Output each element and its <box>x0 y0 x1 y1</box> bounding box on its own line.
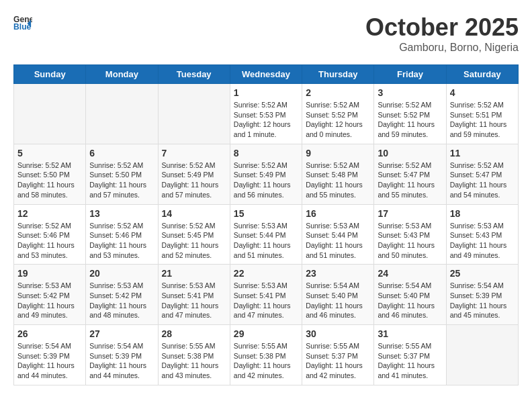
calendar-cell: 25Sunrise: 5:54 AMSunset: 5:39 PMDayligh… <box>446 265 518 325</box>
page-header: General Blue October 2025 Gamboru, Borno… <box>13 13 519 54</box>
calendar-week-row: 12Sunrise: 5:52 AMSunset: 5:46 PMDayligh… <box>14 204 519 265</box>
calendar-week-row: 1Sunrise: 5:52 AMSunset: 5:53 PMDaylight… <box>14 84 519 144</box>
weekday-header-friday: Friday <box>374 65 446 84</box>
calendar-cell: 24Sunrise: 5:54 AMSunset: 5:40 PMDayligh… <box>374 265 446 325</box>
day-number: 15 <box>234 208 298 219</box>
day-info: Sunrise: 5:53 AMSunset: 5:41 PMDaylight:… <box>162 281 226 320</box>
weekday-header-saturday: Saturday <box>446 65 518 84</box>
day-number: 26 <box>17 328 82 339</box>
calendar-cell: 28Sunrise: 5:55 AMSunset: 5:38 PMDayligh… <box>158 325 230 385</box>
day-number: 17 <box>378 208 442 219</box>
calendar-cell: 11Sunrise: 5:52 AMSunset: 5:47 PMDayligh… <box>446 144 518 204</box>
day-info: Sunrise: 5:54 AMSunset: 5:39 PMDaylight:… <box>17 341 82 381</box>
day-number: 19 <box>17 268 82 279</box>
calendar-cell: 20Sunrise: 5:53 AMSunset: 5:42 PMDayligh… <box>86 265 158 325</box>
calendar-cell <box>14 84 86 144</box>
day-number: 21 <box>162 268 226 279</box>
calendar-cell: 8Sunrise: 5:52 AMSunset: 5:49 PMDaylight… <box>230 144 302 204</box>
day-number: 28 <box>162 328 226 339</box>
day-info: Sunrise: 5:53 AMSunset: 5:44 PMDaylight:… <box>306 221 370 261</box>
day-info: Sunrise: 5:55 AMSunset: 5:37 PMDaylight:… <box>378 341 442 381</box>
calendar-cell: 3Sunrise: 5:52 AMSunset: 5:52 PMDaylight… <box>374 84 446 144</box>
calendar-cell <box>446 325 518 385</box>
day-info: Sunrise: 5:52 AMSunset: 5:47 PMDaylight:… <box>450 161 515 200</box>
calendar-cell: 31Sunrise: 5:55 AMSunset: 5:37 PMDayligh… <box>374 325 446 385</box>
day-number: 16 <box>306 208 370 219</box>
day-info: Sunrise: 5:52 AMSunset: 5:52 PMDaylight:… <box>378 100 442 140</box>
weekday-header-row: SundayMondayTuesdayWednesdayThursdayFrid… <box>14 65 519 84</box>
calendar-week-row: 19Sunrise: 5:53 AMSunset: 5:42 PMDayligh… <box>14 265 519 325</box>
day-number: 12 <box>17 208 82 219</box>
calendar-table: SundayMondayTuesdayWednesdayThursdayFrid… <box>13 64 519 385</box>
calendar-cell <box>86 84 158 144</box>
calendar-week-row: 26Sunrise: 5:54 AMSunset: 5:39 PMDayligh… <box>14 325 519 385</box>
day-number: 6 <box>89 148 154 158</box>
month-title: October 2025 <box>365 13 519 42</box>
calendar-cell: 14Sunrise: 5:52 AMSunset: 5:45 PMDayligh… <box>158 204 230 265</box>
day-info: Sunrise: 5:52 AMSunset: 5:53 PMDaylight:… <box>234 100 298 140</box>
day-info: Sunrise: 5:52 AMSunset: 5:46 PMDaylight:… <box>89 221 154 261</box>
calendar-cell: 21Sunrise: 5:53 AMSunset: 5:41 PMDayligh… <box>158 265 230 325</box>
calendar-cell <box>158 84 230 144</box>
weekday-header-monday: Monday <box>86 65 158 84</box>
location-title: Gamboru, Borno, Nigeria <box>365 42 519 54</box>
day-number: 20 <box>89 268 154 279</box>
title-area: October 2025 Gamboru, Borno, Nigeria <box>365 13 519 54</box>
day-info: Sunrise: 5:54 AMSunset: 5:40 PMDaylight:… <box>378 281 442 320</box>
calendar-cell: 15Sunrise: 5:53 AMSunset: 5:44 PMDayligh… <box>230 204 302 265</box>
logo-icon: General Blue <box>13 13 32 32</box>
day-info: Sunrise: 5:53 AMSunset: 5:43 PMDaylight:… <box>450 221 515 261</box>
day-info: Sunrise: 5:54 AMSunset: 5:40 PMDaylight:… <box>306 281 370 320</box>
day-info: Sunrise: 5:52 AMSunset: 5:45 PMDaylight:… <box>162 221 226 261</box>
day-info: Sunrise: 5:55 AMSunset: 5:37 PMDaylight:… <box>306 341 370 381</box>
calendar-cell: 10Sunrise: 5:52 AMSunset: 5:47 PMDayligh… <box>374 144 446 204</box>
day-number: 24 <box>378 268 442 279</box>
calendar-cell: 5Sunrise: 5:52 AMSunset: 5:50 PMDaylight… <box>14 144 86 204</box>
svg-text:Blue: Blue <box>13 22 32 32</box>
calendar-cell: 7Sunrise: 5:52 AMSunset: 5:49 PMDaylight… <box>158 144 230 204</box>
day-info: Sunrise: 5:52 AMSunset: 5:52 PMDaylight:… <box>306 100 370 140</box>
calendar-cell: 30Sunrise: 5:55 AMSunset: 5:37 PMDayligh… <box>302 325 374 385</box>
day-number: 30 <box>306 328 370 339</box>
calendar-cell: 4Sunrise: 5:52 AMSunset: 5:51 PMDaylight… <box>446 84 518 144</box>
day-info: Sunrise: 5:52 AMSunset: 5:50 PMDaylight:… <box>17 161 82 200</box>
day-info: Sunrise: 5:52 AMSunset: 5:49 PMDaylight:… <box>234 161 298 200</box>
day-info: Sunrise: 5:53 AMSunset: 5:43 PMDaylight:… <box>378 221 442 261</box>
day-number: 13 <box>89 208 154 219</box>
calendar-cell: 9Sunrise: 5:52 AMSunset: 5:48 PMDaylight… <box>302 144 374 204</box>
calendar-cell: 16Sunrise: 5:53 AMSunset: 5:44 PMDayligh… <box>302 204 374 265</box>
day-number: 29 <box>234 328 298 339</box>
calendar-cell: 2Sunrise: 5:52 AMSunset: 5:52 PMDaylight… <box>302 84 374 144</box>
day-info: Sunrise: 5:53 AMSunset: 5:41 PMDaylight:… <box>234 281 298 320</box>
calendar-cell: 12Sunrise: 5:52 AMSunset: 5:46 PMDayligh… <box>14 204 86 265</box>
calendar-cell: 27Sunrise: 5:54 AMSunset: 5:39 PMDayligh… <box>86 325 158 385</box>
weekday-header-tuesday: Tuesday <box>158 65 230 84</box>
day-number: 7 <box>162 148 226 158</box>
calendar-cell: 6Sunrise: 5:52 AMSunset: 5:50 PMDaylight… <box>86 144 158 204</box>
logo: General Blue <box>13 13 32 32</box>
day-info: Sunrise: 5:55 AMSunset: 5:38 PMDaylight:… <box>234 341 298 381</box>
day-info: Sunrise: 5:53 AMSunset: 5:44 PMDaylight:… <box>234 221 298 261</box>
day-info: Sunrise: 5:55 AMSunset: 5:38 PMDaylight:… <box>162 341 226 381</box>
day-number: 5 <box>17 148 82 158</box>
day-number: 25 <box>450 268 515 279</box>
day-info: Sunrise: 5:54 AMSunset: 5:39 PMDaylight:… <box>89 341 154 381</box>
calendar-cell: 23Sunrise: 5:54 AMSunset: 5:40 PMDayligh… <box>302 265 374 325</box>
calendar-cell: 19Sunrise: 5:53 AMSunset: 5:42 PMDayligh… <box>14 265 86 325</box>
weekday-header-sunday: Sunday <box>14 65 86 84</box>
calendar-cell: 26Sunrise: 5:54 AMSunset: 5:39 PMDayligh… <box>14 325 86 385</box>
day-number: 31 <box>378 328 442 339</box>
weekday-header-wednesday: Wednesday <box>230 65 302 84</box>
day-info: Sunrise: 5:53 AMSunset: 5:42 PMDaylight:… <box>89 281 154 320</box>
day-number: 27 <box>89 328 154 339</box>
calendar-week-row: 5Sunrise: 5:52 AMSunset: 5:50 PMDaylight… <box>14 144 519 204</box>
day-info: Sunrise: 5:52 AMSunset: 5:49 PMDaylight:… <box>162 161 226 200</box>
calendar-cell: 1Sunrise: 5:52 AMSunset: 5:53 PMDaylight… <box>230 84 302 144</box>
day-number: 3 <box>378 87 442 98</box>
day-number: 1 <box>234 87 298 98</box>
day-number: 14 <box>162 208 226 219</box>
day-number: 18 <box>450 208 515 219</box>
day-number: 22 <box>234 268 298 279</box>
day-number: 23 <box>306 268 370 279</box>
day-info: Sunrise: 5:52 AMSunset: 5:46 PMDaylight:… <box>17 221 82 261</box>
